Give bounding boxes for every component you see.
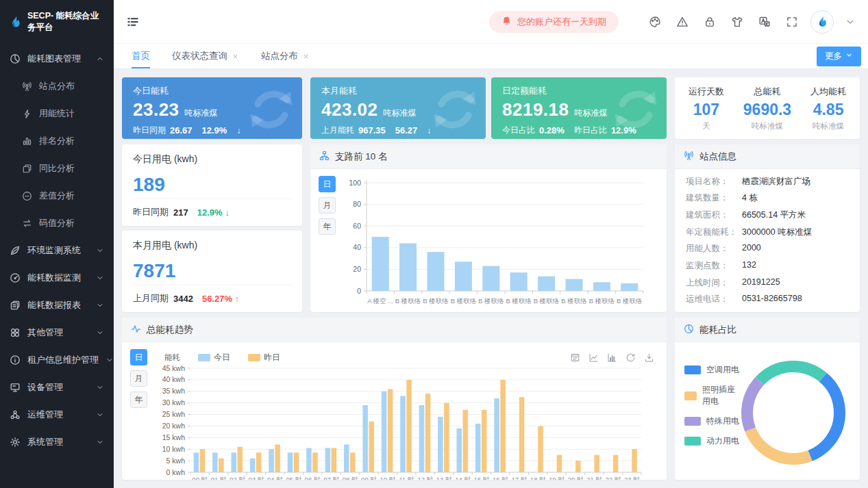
stat-label: 总能耗 [743, 86, 791, 98]
today-power-card: 今日用电 (kwh) 189 昨日同期 217 12.9% ↓ [122, 144, 302, 226]
compare-percent: 56.27% [202, 294, 232, 304]
trend-toggle-日[interactable]: 日 [130, 349, 147, 365]
kpi-value: 23.23 [133, 99, 179, 120]
refresh-icon [625, 352, 636, 363]
branch-bar-chart: 020406080100A 楼空 ...B 楼联络B 楼联络B 楼联络B 楼联络… [342, 176, 658, 305]
sidebar-item-能耗数据监测[interactable]: 能耗数据监测 [0, 264, 114, 292]
sidebar-item-label: 用能统计 [39, 107, 75, 120]
chart-toolbar [570, 352, 658, 363]
more-button[interactable]: 更多 [817, 47, 861, 66]
account-expiry-notice[interactable]: 您的账户还有一天到期 [489, 11, 619, 33]
kpi-compare-label: 昨日同期 [133, 125, 166, 136]
sidebar-item-站点分布[interactable]: 站点分布 [0, 73, 114, 100]
menu-collapse-icon[interactable] [126, 15, 140, 29]
refresh-icon[interactable] [625, 352, 636, 363]
compare-label: 上月同期 [133, 292, 169, 305]
lock-button[interactable] [702, 14, 717, 29]
svg-text:25 kwh: 25 kwh [162, 410, 185, 418]
bar-昨日 [238, 447, 243, 472]
sidebar-item-同比分析[interactable]: 同比分析 [0, 155, 114, 182]
donut-legend-空调用电[interactable]: 空调用电 [684, 364, 739, 376]
trend-toggle-年[interactable]: 年 [130, 391, 147, 408]
line-chart-icon[interactable] [588, 352, 599, 363]
today-power-value: 189 [133, 174, 291, 196]
kpi-unit: 吨标准煤 [574, 107, 607, 119]
down-arrow-icon: ↓ [225, 207, 230, 218]
palette-button[interactable] [647, 14, 662, 29]
bar-今日 [306, 448, 312, 472]
bar-昨日 [613, 455, 619, 472]
stat-label: 运行天数 [689, 86, 724, 98]
legend-昨日[interactable]: 昨日 [248, 352, 280, 363]
sidebar-item-系统管理[interactable]: 系统管理 [0, 428, 114, 456]
y-axis-name: 能耗 [164, 352, 180, 363]
stat-value: 4.85 [810, 101, 846, 119]
svg-text:19 时: 19 时 [549, 476, 565, 480]
warning-button[interactable] [675, 14, 690, 29]
tab-close-button[interactable] [232, 53, 239, 60]
bar-chart-icon[interactable] [607, 352, 617, 363]
fullscreen-button[interactable] [784, 14, 799, 29]
bar-昨日 [256, 452, 262, 472]
topbar-right: 您的账户还有一天到期 [489, 10, 856, 34]
legend-label: 动力用电 [706, 435, 739, 447]
kpi-compare-value: 0.28% [539, 125, 565, 136]
site-info-value: 66505.14 平方米 [742, 209, 806, 221]
tab-站点分布[interactable]: 站点分布 [261, 44, 310, 68]
bar-今日 [194, 452, 199, 472]
svg-text:10 时: 10 时 [380, 476, 396, 480]
legend-swatch [684, 365, 701, 374]
compare-label: 昨日同期 [133, 206, 169, 218]
bar-昨日 [406, 380, 412, 472]
branch-toggle-年[interactable]: 年 [319, 218, 336, 235]
bar-昨日 [425, 394, 431, 472]
legend-今日[interactable]: 今日 [198, 352, 230, 363]
translate-button[interactable] [757, 14, 772, 29]
bar-昨日 [294, 452, 299, 472]
compare-value: 3442 [173, 294, 193, 304]
sidebar-item-差值分析[interactable]: 差值分析 [0, 182, 114, 209]
pie-chart-icon [684, 324, 694, 336]
bar [455, 261, 472, 291]
site-info-row: 监测点数： 132 [686, 260, 849, 272]
tab-close-button[interactable] [302, 53, 310, 60]
download-icon[interactable] [644, 352, 654, 363]
sidebar-item-能耗图表管理[interactable]: 能耗图表管理 [0, 45, 114, 73]
donut-chart [739, 359, 847, 469]
svg-text:08 时: 08 时 [343, 476, 358, 480]
legend-swatch [684, 391, 697, 400]
site-info-panel: 站点信息 项目名称： 栖霞湖滨财富广场 建筑数量： 4 栋 建筑面积： 6650… [675, 144, 860, 312]
donut-legend-动力用电[interactable]: 动力用电 [684, 435, 739, 447]
sidebar-item-能耗数据报表[interactable]: 能耗数据报表 [0, 292, 114, 319]
user-dropdown-chevron-icon[interactable] [845, 16, 856, 27]
bar-昨日 [219, 459, 224, 472]
branch-toggle-日[interactable]: 日 [319, 176, 336, 192]
sidebar-item-label: 系统管理 [27, 436, 63, 448]
data-view-icon[interactable] [570, 352, 580, 363]
svg-text:01 时: 01 时 [211, 476, 227, 480]
sidebar-item-运维管理[interactable]: 运维管理 [0, 401, 114, 428]
tab-首页[interactable]: 首页 [132, 44, 150, 68]
kpi-value: 423.02 [321, 99, 378, 120]
tab-仪表状态查询[interactable]: 仪表状态查询 [172, 44, 239, 68]
tshirt-icon [731, 16, 743, 28]
sidebar-item-租户信息维护管理[interactable]: 租户信息维护管理 [0, 346, 114, 374]
svg-text:10 kwh: 10 kwh [162, 445, 185, 453]
branch-toggle-月[interactable]: 月 [319, 197, 336, 214]
sidebar-item-排名分析[interactable]: 排名分析 [0, 127, 114, 155]
antenna-icon [22, 81, 32, 92]
tshirt-button[interactable] [730, 14, 745, 29]
site-info-row: 上线时间： 20191225 [686, 277, 849, 289]
bar-昨日 [557, 455, 562, 472]
sidebar-item-环境监测系统[interactable]: 环境监测系统 [0, 237, 114, 264]
bar [593, 282, 610, 291]
trend-toggle-月[interactable]: 月 [130, 370, 147, 387]
sidebar-item-用能统计[interactable]: 用能统计 [0, 100, 114, 127]
svg-text:16 时: 16 时 [493, 476, 508, 480]
sidebar-item-码值分析[interactable]: 码值分析 [0, 209, 114, 237]
arrow-icon: ↓ [236, 126, 240, 136]
today-power-title: 今日用电 (kwh) [133, 153, 291, 166]
sidebar-item-设备管理[interactable]: 设备管理 [0, 374, 114, 401]
avatar[interactable] [810, 10, 834, 34]
sidebar-item-其他管理[interactable]: 其他管理 [0, 319, 114, 346]
